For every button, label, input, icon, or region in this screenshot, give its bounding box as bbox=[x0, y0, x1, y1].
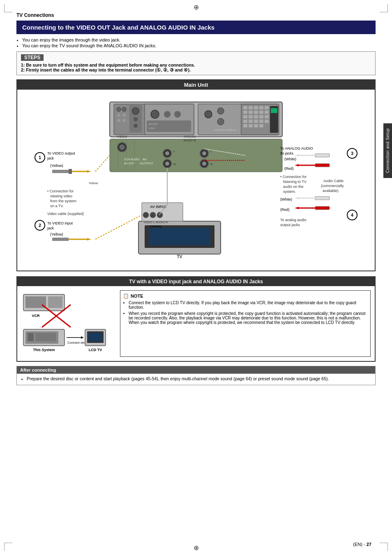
svg-rect-29 bbox=[265, 106, 269, 109]
svg-rect-16 bbox=[147, 120, 191, 132]
svg-point-10 bbox=[134, 117, 138, 121]
svg-text:• Connection for: • Connection for bbox=[47, 189, 74, 193]
vcr-diagram: VCR This System Connect directly bbox=[21, 290, 112, 357]
bullet-1: You can enjoy the images through the vid… bbox=[22, 37, 376, 42]
svg-rect-41 bbox=[249, 120, 253, 123]
main-heading: Connecting to the VIDEO OUT Jack and ANA… bbox=[16, 21, 376, 34]
svg-text:listening to TV: listening to TV bbox=[283, 180, 307, 184]
svg-marker-100 bbox=[295, 154, 299, 157]
svg-rect-25 bbox=[243, 106, 247, 109]
svg-rect-48 bbox=[259, 124, 263, 127]
note-box: 📋 NOTE Connect the system to LCD TV dire… bbox=[120, 290, 371, 357]
svg-rect-34 bbox=[265, 111, 269, 114]
svg-line-142 bbox=[95, 155, 110, 171]
steps-content: 1: Be sure to turn off this system and t… bbox=[21, 62, 371, 72]
svg-rect-28 bbox=[259, 106, 263, 109]
svg-text:(Yellow): (Yellow) bbox=[50, 164, 63, 168]
svg-point-72 bbox=[165, 162, 169, 166]
svg-text:2: 2 bbox=[39, 223, 41, 228]
svg-rect-82 bbox=[69, 169, 72, 174]
after-connecting-content: Prepare the desired disc or content and … bbox=[17, 374, 375, 385]
svg-marker-103 bbox=[295, 164, 299, 166]
note-title: 📋 NOTE bbox=[123, 293, 368, 299]
svg-text:VIDEO: VIDEO bbox=[149, 127, 155, 130]
corner-mark-br bbox=[380, 543, 388, 551]
svg-rect-37 bbox=[254, 115, 258, 118]
svg-text:jack: jack bbox=[47, 156, 54, 160]
svg-text:from the system: from the system bbox=[50, 199, 76, 203]
svg-point-9 bbox=[132, 108, 139, 114]
svg-text:audio on the: audio on the bbox=[283, 185, 304, 189]
svg-text:1: 1 bbox=[39, 155, 41, 160]
svg-point-6 bbox=[117, 119, 120, 122]
svg-rect-46 bbox=[249, 124, 253, 127]
svg-text:IN jacks: IN jacks bbox=[280, 151, 294, 155]
svg-rect-118 bbox=[315, 206, 330, 210]
svg-rect-139 bbox=[52, 238, 69, 241]
svg-point-3 bbox=[122, 107, 126, 111]
svg-point-128 bbox=[143, 212, 149, 218]
note-list: Connect the system to LCD TV directly. I… bbox=[129, 301, 368, 325]
page-number: (EN) - 27 bbox=[353, 542, 371, 547]
svg-point-4 bbox=[117, 113, 120, 117]
svg-text:(Red): (Red) bbox=[280, 208, 290, 212]
svg-text:VIDEO   L-AUDIO-R: VIDEO L-AUDIO-R bbox=[143, 221, 168, 224]
svg-rect-42 bbox=[254, 120, 258, 123]
svg-marker-141 bbox=[87, 238, 91, 240]
svg-rect-81 bbox=[52, 170, 69, 173]
svg-rect-36 bbox=[249, 115, 253, 118]
main-unit-title: Main Unit bbox=[17, 80, 375, 90]
note-item-2: When you record the program where copyri… bbox=[129, 311, 368, 325]
svg-point-14 bbox=[164, 111, 171, 118]
svg-point-21 bbox=[217, 108, 224, 114]
svg-rect-26 bbox=[249, 106, 253, 109]
svg-text:AV: AV bbox=[143, 157, 147, 161]
svg-text:output jacks: output jacks bbox=[280, 223, 300, 227]
tv-section-title: TV with a VIDEO input jack and ANALOG AU… bbox=[17, 277, 375, 286]
svg-rect-39 bbox=[265, 115, 269, 118]
svg-point-57 bbox=[120, 145, 125, 150]
svg-text:ANALOG AUDIO IN: ANALOG AUDIO IN bbox=[214, 129, 236, 131]
svg-text:R: R bbox=[210, 162, 213, 166]
svg-rect-38 bbox=[259, 115, 263, 118]
svg-point-69 bbox=[165, 151, 169, 155]
svg-text:(commercially: (commercially bbox=[321, 184, 344, 188]
svg-text:(Red): (Red) bbox=[284, 166, 294, 171]
corner-mark-tl bbox=[4, 4, 12, 12]
svg-rect-31 bbox=[249, 111, 253, 114]
svg-point-129 bbox=[150, 212, 156, 218]
corner-mark-tr bbox=[380, 4, 388, 12]
svg-rect-27 bbox=[254, 106, 258, 109]
svg-rect-44 bbox=[265, 120, 269, 123]
svg-rect-125 bbox=[149, 228, 210, 245]
svg-text:available): available) bbox=[323, 189, 339, 193]
svg-rect-98 bbox=[315, 154, 330, 157]
svg-point-15 bbox=[174, 111, 181, 118]
en-label: (EN) - bbox=[353, 542, 366, 547]
svg-point-13 bbox=[151, 110, 159, 118]
svg-text:To VIDEO input: To VIDEO input bbox=[47, 221, 73, 225]
svg-rect-45 bbox=[243, 124, 247, 127]
svg-rect-51 bbox=[110, 139, 282, 172]
main-unit-diagram: Main Unit bbox=[16, 79, 376, 271]
tv-section: TV with a VIDEO input jack and ANALOG AU… bbox=[16, 276, 376, 362]
register-mark-bottom: ⊕ bbox=[194, 544, 199, 552]
register-mark-top: ⊕ bbox=[194, 3, 199, 11]
step-1: 1: Be sure to turn off this system and t… bbox=[21, 62, 371, 67]
svg-marker-120 bbox=[295, 207, 299, 209]
svg-rect-164 bbox=[88, 333, 102, 342]
corner-mark-bl bbox=[4, 543, 12, 551]
svg-line-143 bbox=[95, 215, 142, 239]
side-tab: Connection and Setup bbox=[383, 123, 392, 178]
bullet-2: You can enjoy the TV sound through the A… bbox=[22, 43, 376, 48]
svg-text:4: 4 bbox=[351, 213, 354, 217]
svg-text:Yellow: Yellow bbox=[89, 181, 98, 185]
svg-marker-160 bbox=[81, 336, 84, 339]
svg-text:To VIDEO output: To VIDEO output bbox=[47, 151, 75, 155]
svg-point-7 bbox=[122, 119, 126, 122]
svg-rect-33 bbox=[259, 111, 263, 114]
svg-text:viewing video: viewing video bbox=[50, 194, 72, 198]
svg-rect-156 bbox=[28, 333, 34, 341]
svg-rect-43 bbox=[259, 120, 263, 123]
svg-text:(White): (White) bbox=[284, 157, 296, 161]
